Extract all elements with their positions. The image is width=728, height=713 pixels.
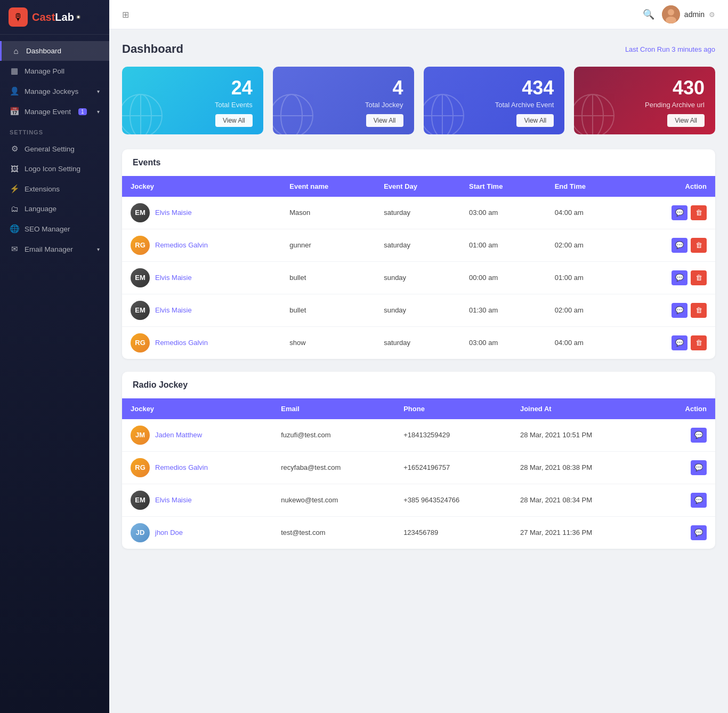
view-all-events-button[interactable]: View All (215, 114, 253, 127)
delete-button[interactable]: 🗑 (691, 270, 707, 285)
events-table-wrapper: Jockey Event name Event Day Start Time E… (122, 176, 715, 359)
events-section-title: Events (122, 149, 715, 176)
view-button[interactable]: 💬 (672, 205, 687, 220)
content-area: Dashboard Last Cron Run 3 minutes ago 24… (109, 29, 728, 574)
delete-button[interactable]: 🗑 (691, 238, 707, 253)
action-cell: 💬🗑 (627, 197, 715, 229)
page-header: Dashboard Last Cron Run 3 minutes ago (122, 42, 715, 56)
jockey-cell: EMElvis Maisie (122, 197, 281, 229)
jockey-name-link[interactable]: Elvis Maisie (155, 496, 192, 504)
cell-start-time: 01:00 am (460, 229, 546, 261)
chevron-down-icon: ▾ (97, 246, 100, 252)
jockey-name-link[interactable]: Remedios Galvin (155, 339, 208, 347)
jockey-name-link[interactable]: Remedios Galvin (155, 463, 208, 471)
extensions-icon: ⚡ (10, 184, 19, 194)
user-icon: 👤 (10, 86, 19, 96)
delete-button[interactable]: 🗑 (691, 303, 707, 318)
cell-email: recyfaba@test.com (272, 451, 395, 484)
avatar: JD (131, 523, 150, 542)
stat-number-events: 24 (231, 77, 253, 99)
sidebar: 🎙 CastLab ⌂ Dashboard ▦ Manage Poll 👤 Ma… (0, 0, 109, 713)
col-end-time: End Time (546, 176, 627, 197)
poll-icon: ▦ (10, 66, 19, 76)
sidebar-item-email-manager[interactable]: ✉ Email Manager ▾ (0, 239, 109, 259)
logo-text: CastLab (32, 11, 74, 23)
sidebar-item-extensions[interactable]: ⚡ Extensions (0, 179, 109, 199)
sidebar-item-manage-jockeys[interactable]: 👤 Manage Jockeys ▾ (0, 81, 109, 101)
grid-icon[interactable]: ⊞ (122, 10, 129, 20)
event-badge: 1 (78, 108, 87, 115)
jockey-name-link[interactable]: Elvis Maisie (155, 209, 192, 217)
cell-phone: 123456789 (395, 516, 512, 549)
view-button[interactable]: 💬 (691, 428, 707, 443)
view-button[interactable]: 💬 (672, 303, 687, 318)
settings-icon[interactable]: ⚙ (709, 11, 715, 19)
search-icon[interactable]: 🔍 (643, 9, 654, 20)
sidebar-item-label: Manage Poll (25, 67, 64, 75)
view-button[interactable]: 💬 (691, 460, 707, 475)
cell-start-time: 03:00 am (460, 197, 546, 229)
view-all-jockey-button[interactable]: View All (366, 114, 403, 127)
avatar (662, 5, 680, 23)
events-table: Jockey Event name Event Day Start Time E… (122, 176, 715, 359)
cell-end-time: 02:00 am (546, 294, 627, 326)
jockey-name-link[interactable]: Elvis Maisie (155, 306, 192, 314)
sidebar-item-label: Manage Event (25, 108, 71, 116)
stat-number-jockey: 4 (392, 77, 403, 99)
jockey-table: Jockey Email Phone Joined At Action JMJa… (122, 398, 715, 549)
action-cell: 💬 (653, 419, 715, 452)
table-row: EMElvis Maisiebulletsunday00:00 am01:00 … (122, 261, 715, 294)
cell-email: nukewo@test.com (272, 484, 395, 516)
jockey-name-link[interactable]: Remedios Galvin (155, 241, 208, 249)
view-all-archive-button[interactable]: View All (516, 114, 554, 127)
action-cell: 💬 (653, 451, 715, 484)
action-cell: 💬🗑 (627, 261, 715, 294)
view-button[interactable]: 💬 (672, 270, 687, 285)
stat-label-archive: Total Archive Event (495, 101, 554, 109)
view-button[interactable]: 💬 (672, 335, 687, 350)
view-all-pending-button[interactable]: View All (667, 114, 705, 127)
jockey-name-link[interactable]: Elvis Maisie (155, 274, 192, 282)
cell-event-name: show (281, 326, 375, 359)
cell-start-time: 03:00 am (460, 326, 546, 359)
view-button[interactable]: 💬 (672, 238, 687, 253)
logo-dot (76, 15, 80, 19)
view-button[interactable]: 💬 (691, 493, 707, 508)
avatar: EM (131, 491, 150, 510)
gear-icon: ⚙ (10, 144, 19, 154)
page-title: Dashboard (122, 42, 183, 56)
user-area: admin ⚙ (662, 5, 715, 23)
sidebar-item-language[interactable]: 🗂 Language (0, 199, 109, 219)
sidebar-item-dashboard[interactable]: ⌂ Dashboard (0, 41, 109, 61)
stat-card-total-events: 24 Total Events View All (122, 67, 263, 134)
topbar: ⊞ 🔍 admin ⚙ (109, 0, 728, 29)
stat-card-total-jockey: 4 Total Jockey View All (273, 67, 414, 134)
cell-phone: +385 9643524766 (395, 484, 512, 516)
sidebar-item-manage-poll[interactable]: ▦ Manage Poll (0, 61, 109, 81)
jockey-section-title: Radio Jockey (122, 372, 715, 398)
cell-event-day: sunday (375, 294, 460, 326)
events-section: Events Jockey Event name Event Day Start… (122, 149, 715, 359)
cell-phone: +16524196757 (395, 451, 512, 484)
sidebar-item-general-setting[interactable]: ⚙ General Setting (0, 139, 109, 159)
col-action: Action (627, 176, 715, 197)
delete-button[interactable]: 🗑 (691, 205, 707, 220)
table-row: EMElvis MaisieMasonsaturday03:00 am04:00… (122, 197, 715, 229)
delete-button[interactable]: 🗑 (691, 335, 707, 350)
col-event-name: Event name (281, 176, 375, 197)
col-start-time: Start Time (460, 176, 546, 197)
avatar: EM (131, 203, 150, 222)
view-button[interactable]: 💬 (691, 525, 707, 540)
sidebar-item-seo-manager[interactable]: 🌐 SEO Manager (0, 219, 109, 239)
jockey-name-link[interactable]: jhon Doe (155, 528, 183, 536)
col-joined-at: Joined At (512, 398, 654, 419)
logo-area: 🎙 CastLab (0, 0, 109, 35)
sidebar-item-logo-icon-setting[interactable]: 🖼 Logo Icon Setting (0, 159, 109, 179)
sidebar-nav: ⌂ Dashboard ▦ Manage Poll 👤 Manage Jocke… (0, 35, 109, 713)
table-row: EMElvis Maisiebulletsunday01:30 am02:00 … (122, 294, 715, 326)
sidebar-item-manage-event[interactable]: 📅 Manage Event 1 ▾ (0, 101, 109, 122)
table-row: JMJaden Matthewfuzufi@test.com+184132594… (122, 419, 715, 452)
action-cell: 💬🗑 (627, 294, 715, 326)
image-icon: 🖼 (10, 164, 19, 173)
jockey-name-link[interactable]: Jaden Matthew (155, 431, 202, 439)
